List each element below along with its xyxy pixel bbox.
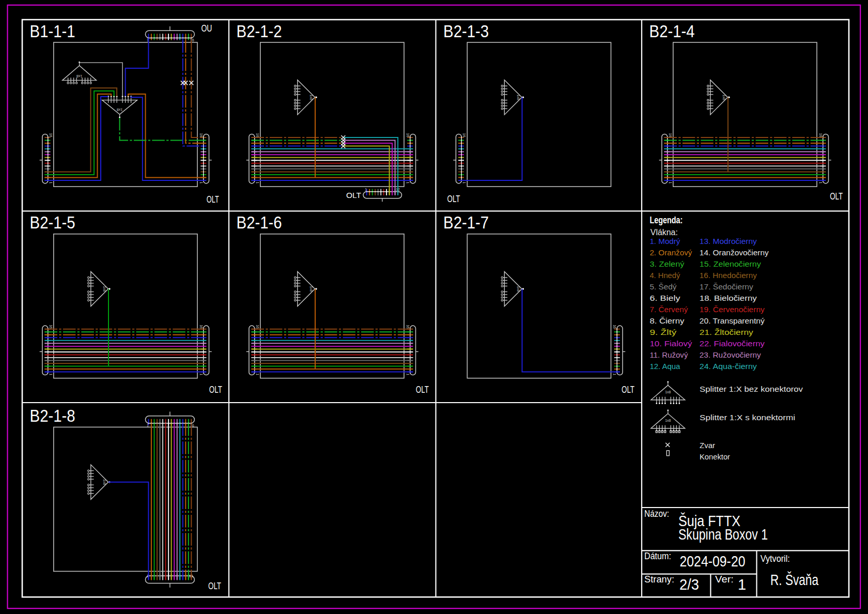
- svg-text:9. Žltý: 9. Žltý: [649, 328, 676, 336]
- svg-text:1x8: 1x8: [76, 74, 82, 78]
- svg-text:Konektor: Konektor: [700, 452, 730, 461]
- svg-text:16: 16: [819, 133, 823, 137]
- svg-text:1x8: 1x8: [103, 479, 106, 485]
- svg-text:1x8: 1x8: [722, 95, 726, 100]
- svg-text:Legenda:: Legenda:: [649, 215, 683, 225]
- svg-text:16: 16: [199, 325, 203, 329]
- svg-text:OLT: OLT: [830, 191, 843, 202]
- svg-text:1: 1: [199, 373, 203, 375]
- svg-text:16: 16: [256, 325, 259, 329]
- svg-text:2/3: 2/3: [679, 576, 699, 593]
- svg-text:OLT: OLT: [346, 191, 361, 199]
- svg-text:13. Modročierny: 13. Modročierny: [700, 237, 757, 245]
- svg-text:1x8: 1x8: [665, 390, 671, 394]
- svg-text:1: 1: [49, 182, 53, 184]
- svg-text:1x8: 1x8: [517, 95, 520, 100]
- svg-text:OLT: OLT: [447, 194, 460, 204]
- svg-text:16. Hnedočierny: 16. Hnedočierny: [700, 271, 757, 280]
- svg-text:B2-1-2: B2-1-2: [237, 22, 282, 41]
- svg-text:OLT: OLT: [209, 385, 222, 395]
- svg-text:1: 1: [738, 576, 746, 593]
- svg-text:Vlákna:: Vlákna:: [650, 228, 678, 237]
- svg-text:B1-1-1: B1-1-1: [30, 22, 75, 41]
- svg-text:B2-1-6: B2-1-6: [237, 213, 282, 232]
- svg-text:R. Švaňa: R. Švaňa: [770, 571, 819, 588]
- svg-text:22. Fialovočierny: 22. Fialovočierny: [700, 339, 765, 348]
- svg-text:1: 1: [819, 182, 823, 184]
- svg-text:Splitter 1:X bez konektorov: Splitter 1:X bez konektorov: [700, 385, 803, 393]
- svg-text:1: 1: [406, 182, 410, 184]
- svg-text:1: 1: [613, 373, 616, 375]
- svg-text:OLT: OLT: [207, 194, 219, 205]
- svg-text:3. Zelený: 3. Zelený: [649, 259, 684, 268]
- svg-text:16: 16: [669, 133, 672, 137]
- svg-text:16: 16: [256, 133, 259, 137]
- svg-text:1x8: 1x8: [517, 286, 520, 291]
- svg-text:14. Oranžovočierny: 14. Oranžovočierny: [700, 248, 769, 257]
- svg-text:B2-1-5: B2-1-5: [30, 213, 75, 232]
- svg-text:1x8: 1x8: [309, 286, 313, 291]
- svg-text:OU: OU: [201, 23, 212, 34]
- svg-text:1: 1: [199, 182, 203, 184]
- svg-text:1. Modrý: 1. Modrý: [649, 237, 680, 245]
- svg-text:1: 1: [256, 182, 259, 184]
- svg-text:2024-09-20: 2024-09-20: [680, 552, 746, 570]
- svg-text:OLT: OLT: [416, 385, 429, 395]
- svg-text:16: 16: [190, 38, 194, 42]
- svg-text:B2-1-3: B2-1-3: [443, 22, 489, 41]
- svg-text:Splitter 1:X s konektormi: Splitter 1:X s konektormi: [700, 413, 795, 422]
- svg-text:12. Aqua: 12. Aqua: [649, 362, 680, 371]
- svg-text:16: 16: [613, 325, 616, 329]
- svg-text:1: 1: [147, 424, 149, 427]
- svg-text:1: 1: [365, 188, 367, 191]
- svg-text:24. Aqua-čierny: 24. Aqua-čierny: [700, 362, 757, 371]
- svg-text:18. Bieločierny: 18. Bieločierny: [700, 294, 757, 302]
- svg-text:16: 16: [199, 133, 203, 137]
- svg-text:B2-1-4: B2-1-4: [649, 22, 695, 41]
- svg-text:19. Červenočierny: 19. Červenočierny: [700, 305, 765, 314]
- svg-text:1: 1: [462, 182, 466, 184]
- svg-text:1: 1: [256, 373, 259, 375]
- svg-text:23. Ružovočierny: 23. Ružovočierny: [700, 350, 761, 359]
- svg-text:OLT: OLT: [622, 385, 634, 395]
- svg-text:1x8: 1x8: [309, 95, 313, 100]
- svg-text:17. Šedočierny: 17. Šedočierny: [700, 282, 753, 291]
- svg-text:1: 1: [49, 373, 53, 375]
- svg-text:1x8: 1x8: [103, 286, 106, 291]
- svg-text:7. Červený: 7. Červený: [649, 305, 688, 314]
- svg-text:16: 16: [49, 133, 53, 137]
- svg-text:16: 16: [190, 424, 194, 427]
- svg-text:Ver:: Ver:: [715, 574, 734, 585]
- svg-text:16: 16: [406, 325, 410, 329]
- svg-text:20. Transparentný: 20. Transparentný: [700, 316, 765, 325]
- svg-text:5. Šedý: 5. Šedý: [649, 282, 676, 291]
- svg-text:21. Žltočierny: 21. Žltočierny: [700, 328, 753, 336]
- svg-text:1: 1: [406, 373, 410, 375]
- svg-text:16: 16: [406, 133, 410, 137]
- svg-text:1x8: 1x8: [117, 108, 122, 112]
- svg-text:8. Čierny: 8. Čierny: [649, 316, 684, 325]
- svg-text:Dátum:: Dátum:: [644, 550, 671, 561]
- svg-text:Názov:: Názov:: [644, 508, 669, 519]
- svg-text:Skupina Boxov 1: Skupina Boxov 1: [678, 526, 768, 543]
- svg-text:6. Biely: 6. Biely: [649, 294, 680, 302]
- svg-text:15. Zelenočierny: 15. Zelenočierny: [700, 259, 761, 268]
- svg-text:B2-1-7: B2-1-7: [443, 213, 489, 232]
- svg-text:Vytvoril:: Vytvoril:: [761, 553, 790, 564]
- svg-text:16: 16: [462, 133, 466, 137]
- svg-text:OLT: OLT: [208, 581, 221, 591]
- svg-text:Strany:: Strany:: [644, 574, 674, 585]
- svg-text:4. Hnedý: 4. Hnedý: [649, 271, 680, 280]
- svg-text:16: 16: [49, 325, 53, 329]
- svg-text:1: 1: [669, 182, 672, 184]
- svg-text:B2-1-8: B2-1-8: [30, 406, 75, 425]
- svg-text:10. Fialový: 10. Fialový: [649, 339, 692, 348]
- svg-text:1x8: 1x8: [665, 419, 671, 422]
- svg-text:Zvar: Zvar: [700, 441, 715, 450]
- svg-text:2. Oranžový: 2. Oranžový: [649, 248, 692, 257]
- svg-text:11. Ružový: 11. Ružový: [649, 350, 688, 359]
